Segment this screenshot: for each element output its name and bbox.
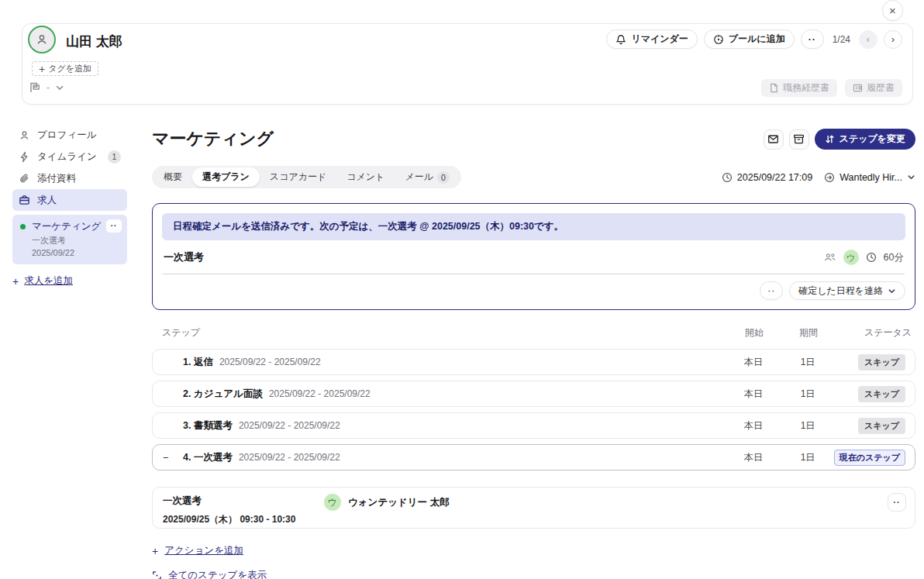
chevron-down-icon [55, 83, 64, 92]
step-row-document-screening[interactable]: 3. 書類選考 2025/09/22 - 2025/09/22 本日 1日 スキ… [152, 412, 915, 439]
active-status-dot [20, 224, 26, 229]
pool-icon [713, 34, 724, 45]
plus-icon: + [39, 64, 45, 74]
tab-comments[interactable]: コメント [336, 167, 395, 187]
sidebar-item-profile[interactable]: プロフィール [12, 124, 127, 146]
job-current-step: 一次選考 [32, 236, 122, 246]
step-date-range: 2025/09/22 - 2025/09/22 [239, 452, 340, 463]
reminder-label: リマインダー [631, 33, 688, 46]
appointment-attendee: ウ ウォンテッドリー 太郎 [324, 494, 450, 511]
step-row-reply[interactable]: 1. 返信 2025/09/22 - 2025/09/22 本日 1日 スキップ [152, 349, 915, 375]
candidate-name: 山田 太郎 [66, 33, 122, 50]
sidebar: プロフィール タイムライン 1 添付資料 [0, 124, 140, 288]
step-name: 3. 書類選考 [183, 419, 233, 433]
resume-button[interactable]: 履歴書 [845, 79, 902, 97]
source-value: Wantedly Hir... [840, 172, 902, 183]
show-all-steps-link[interactable]: 全てのステップを表示 [152, 569, 267, 579]
change-step-button[interactable]: ステップを変更 [815, 129, 915, 150]
next-candidate-button[interactable]: › [884, 30, 902, 49]
updated-at-value: 2025/09/22 17:09 [737, 172, 812, 183]
step-start: 本日 [730, 419, 777, 433]
step-start: 本日 [730, 388, 777, 401]
bell-icon [615, 34, 626, 45]
step-name: 2. カジュアル面談 [183, 388, 263, 401]
step-start: 本日 [730, 356, 777, 369]
step-date-range: 2025/09/22 - 2025/09/22 [219, 357, 321, 367]
sidebar-item-jobs[interactable]: 求人 [12, 189, 127, 211]
expand-icon [152, 570, 162, 579]
column-step: ステップ [162, 326, 731, 339]
clock-icon [866, 252, 877, 263]
step-duration: 1日 [784, 419, 831, 433]
close-button[interactable]: × [882, 0, 903, 21]
notify-confirmed-schedule-button[interactable]: 確定した日程を連絡 [789, 281, 905, 300]
work-history-button[interactable]: 職務経歴書 [761, 79, 837, 97]
tab-label: 選考プラン [202, 171, 250, 184]
clock-icon [722, 172, 733, 183]
more-icon: ·· [111, 222, 118, 230]
job-more-button[interactable]: ·· [106, 219, 122, 233]
tab-scorecard[interactable]: スコアカード [260, 167, 336, 187]
briefcase-icon [19, 195, 30, 206]
step-row-casual-interview[interactable]: 2. カジュアル面談 2025/09/22 - 2025/09/22 本日 1日… [152, 381, 915, 407]
more-icon: ·· [893, 498, 900, 507]
main-content: マーケティング [152, 124, 915, 579]
job-page-title: マーケティング [152, 127, 274, 150]
tab-mail[interactable]: メール 0 [395, 167, 460, 187]
schedule-step-name: 一次選考 [164, 250, 204, 264]
attendee-name: ウォンテッドリー 太郎 [348, 496, 450, 509]
appointment-card: 一次選考 2025/09/25（木） 09:30 - 10:30 ウ ウォンテッ… [152, 487, 915, 529]
current-step-badge: 現在のステップ [834, 450, 905, 466]
appointment-more-button[interactable]: ·· [888, 493, 906, 512]
people-icon [824, 251, 836, 264]
status-badge: スキップ [858, 354, 905, 370]
chevron-left-icon: ‹ [867, 33, 870, 45]
add-action-link[interactable]: + アクションを追加 [152, 544, 243, 557]
schedule-confirmation-banner: 日程確定メールを送信済みです。次の予定は、一次選考 @ 2025/09/25（木… [162, 213, 905, 240]
job-tabs: 概要 選考プラン スコアカード コメント メール 0 [152, 166, 461, 188]
tab-selection-plan[interactable]: 選考プラン [192, 167, 260, 187]
archive-button[interactable] [789, 129, 809, 150]
flag-selector[interactable]: - [29, 81, 64, 94]
add-to-pool-button[interactable]: プールに追加 [704, 29, 795, 49]
tab-label: スコアカード [270, 171, 326, 184]
add-tag-button[interactable]: + タグを追加 [32, 61, 98, 76]
source-selector[interactable]: Wantedly Hir... [824, 172, 915, 183]
work-history-label: 職務経歴書 [783, 81, 829, 95]
flag-icon [29, 81, 41, 94]
send-mail-button[interactable] [764, 129, 784, 150]
chevron-down-icon [907, 173, 915, 181]
bolt-icon [19, 151, 30, 163]
column-duration: 期間 [785, 326, 832, 339]
notify-label: 確定した日程を連絡 [798, 284, 883, 298]
pagination-counter: 1/24 [833, 34, 850, 45]
prev-candidate-button[interactable]: ‹ [859, 30, 877, 49]
flag-value: - [47, 82, 50, 93]
show-all-steps-label: 全てのステップを表示 [168, 569, 267, 579]
candidate-avatar [28, 26, 56, 53]
chevron-right-icon: › [891, 33, 895, 45]
tab-label: 概要 [164, 171, 182, 184]
schedule-more-button[interactable]: ·· [760, 281, 783, 300]
job-meta: 2025/09/22 17:09 Wantedly Hir... [722, 172, 915, 183]
tab-overview[interactable]: 概要 [153, 167, 192, 187]
plus-icon: + [12, 276, 19, 287]
sidebar-job-item[interactable]: マーケティング ·· 一次選考 2025/09/22 [12, 215, 127, 264]
column-status: ステータス [832, 326, 915, 339]
header-more-button[interactable]: ·· [801, 29, 824, 49]
sidebar-item-label: タイムライン [37, 150, 97, 164]
step-date-range: 2025/09/22 - 2025/09/22 [239, 420, 340, 431]
paperclip-icon [19, 173, 30, 184]
reminder-button[interactable]: リマインダー [606, 29, 697, 49]
change-step-label: ステップを変更 [840, 133, 905, 146]
job-actions: ステップを変更 [764, 129, 915, 150]
add-to-pool-label: プールに追加 [729, 33, 785, 46]
step-duration: 1日 [784, 388, 831, 401]
step-row-first-selection[interactable]: − 4. 一次選考 2025/09/22 - 2025/09/22 本日 1日 … [152, 444, 915, 470]
add-job-link[interactable]: + 求人を追加 [12, 274, 127, 288]
collapse-icon[interactable]: − [163, 452, 177, 464]
current-step-card: 日程確定メールを送信済みです。次の予定は、一次選考 @ 2025/09/25（木… [152, 203, 915, 310]
sidebar-item-timeline[interactable]: タイムライン 1 [12, 146, 127, 167]
sidebar-item-attachments[interactable]: 添付資料 [12, 167, 127, 189]
status-badge: スキップ [858, 386, 905, 402]
